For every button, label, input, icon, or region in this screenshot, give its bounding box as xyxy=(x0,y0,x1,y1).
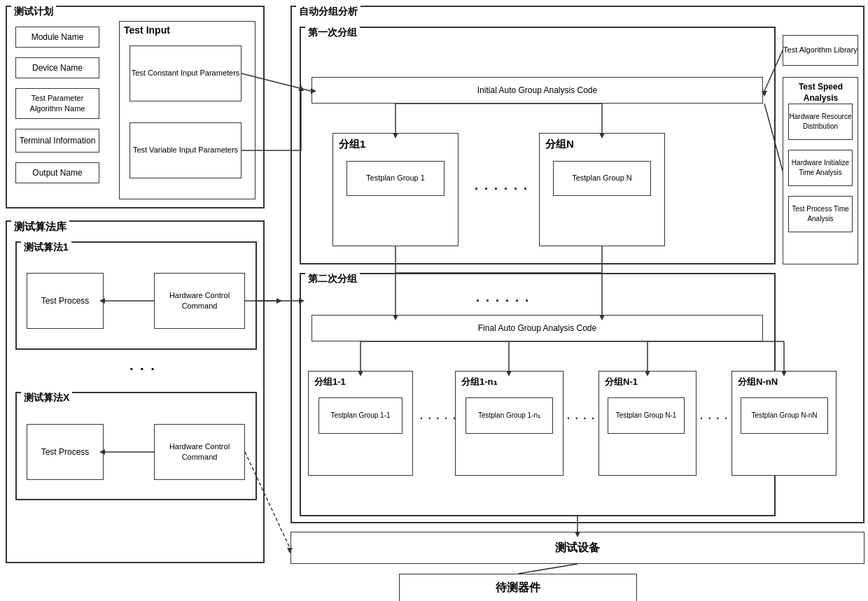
dots-algo-separator: · · · xyxy=(130,361,156,377)
testplan-n1-box: Testplan Group N-1 xyxy=(608,397,685,434)
test-process1-label: Test Process xyxy=(41,295,90,307)
second-group-title: 第二次分组 xyxy=(305,273,360,285)
testplan-11-label: Testplan Group 1-1 xyxy=(330,411,390,420)
device-name-box: Device Name xyxy=(15,57,99,78)
test-speed-title: Test Speed Analysis xyxy=(788,82,854,104)
group11-title: 分组1-1 xyxy=(314,376,346,388)
hw-cmd1-label: Hardware Control Command xyxy=(155,290,244,312)
testplan-nnN-box: Testplan Group N-nN xyxy=(741,397,828,434)
group1-title: 分组1 xyxy=(339,138,365,151)
dut-label: 待测器件 xyxy=(496,580,540,595)
test-const-box: Test Constant Input Parameters xyxy=(130,45,241,101)
test-algo-lib-label: Test Algorithm Library xyxy=(783,45,858,55)
hw-init-label: Hardware Initialize Time Analysis xyxy=(789,158,852,178)
testplan-11-box: Testplan Group 1-1 xyxy=(318,397,402,434)
algox-title: 测试算法X xyxy=(21,392,72,404)
groupn-title: 分组N xyxy=(545,138,574,151)
test-processx-box: Test Process xyxy=(27,424,104,480)
initial-code-box: Initial Auto Group Analysis Code xyxy=(312,77,763,104)
hw-resource-label: Hardware Resource Distribution xyxy=(789,112,852,132)
initial-code-label: Initial Auto Group Analysis Code xyxy=(477,85,597,97)
dut-box: 待测器件 xyxy=(399,574,637,601)
test-process1-box: Test Process xyxy=(27,273,104,329)
test-algo-lib-box: Test Algorithm Library xyxy=(783,35,858,66)
module-name-box: Module Name xyxy=(15,27,99,48)
hw-cmd1-box: Hardware Control Command xyxy=(154,273,245,329)
test-var-label: Test Variable Input Parameters xyxy=(133,145,238,155)
first-group-title: 第一次分组 xyxy=(305,27,360,39)
testplan-group1-box: Testplan Group 1 xyxy=(346,161,444,196)
auto-group-title: 自动分组分析 xyxy=(296,6,360,18)
device-name-label: Device Name xyxy=(32,62,83,74)
dots-second-top: · · · · · · xyxy=(476,294,530,309)
diagram-container: 测试计划 Module Name Device Name Test Parame… xyxy=(0,0,868,601)
test-processx-label: Test Process xyxy=(41,446,90,458)
dots-groups: · · · · · · xyxy=(475,182,528,197)
algo-lib-title: 测试算法库 xyxy=(11,220,69,234)
hw-init-box: Hardware Initialize Time Analysis xyxy=(788,150,853,186)
test-device-box: 测试设备 xyxy=(290,532,864,564)
test-const-label: Test Constant Input Parameters xyxy=(132,68,240,78)
output-name-box: Output Name xyxy=(15,162,99,183)
dots-group1-sub: · · · · · xyxy=(420,413,457,424)
testplan-nnN-label: Testplan Group N-nN xyxy=(752,411,818,420)
svg-marker-41 xyxy=(276,298,282,304)
final-code-label: Final Auto Group Analysis Code xyxy=(478,323,596,334)
testplan-1n1-box: Testplan Group 1-n₁ xyxy=(465,397,553,434)
test-var-box: Test Variable Input Parameters xyxy=(130,122,241,178)
testplan-1n1-label: Testplan Group 1-n₁ xyxy=(478,411,540,420)
output-name-label: Output Name xyxy=(32,167,82,179)
test-process-time-box: Test Process Time Analysis xyxy=(788,196,853,232)
test-process-time-label: Test Process Time Analysis xyxy=(789,204,852,224)
groupn1-title: 分组N-1 xyxy=(605,376,638,388)
hw-resource-box: Hardware Resource Distribution xyxy=(788,104,853,140)
test-device-label: 测试设备 xyxy=(555,540,600,556)
svg-line-25 xyxy=(518,564,578,574)
testplan-group1-label: Testplan Group 1 xyxy=(366,173,425,183)
groupnnN-title: 分组N-nN xyxy=(738,376,778,388)
hw-cmdx-box: Hardware Control Command xyxy=(154,424,245,480)
test-input-title: Test Input xyxy=(124,24,170,36)
terminal-info-label: Terminal Information xyxy=(20,135,96,147)
testplan-groupn-box: Testplan Group N xyxy=(553,161,651,196)
test-param-algo-box: Test Parameter Algorithm Name xyxy=(15,88,99,119)
final-code-box: Final Auto Group Analysis Code xyxy=(312,315,763,341)
test-param-algo-label: Test Parameter Algorithm Name xyxy=(16,93,99,115)
testplan-groupn-label: Testplan Group N xyxy=(572,173,632,183)
module-name-label: Module Name xyxy=(31,31,84,43)
group1n1-title: 分组1-n₁ xyxy=(461,376,497,388)
test-plan-title: 测试计划 xyxy=(11,6,56,18)
testplan-n1-label: Testplan Group N-1 xyxy=(616,411,677,420)
terminal-info-box: Terminal Information xyxy=(15,129,99,153)
hw-cmdx-label: Hardware Control Command xyxy=(155,441,244,463)
algo1-title: 测试算法1 xyxy=(21,241,71,254)
